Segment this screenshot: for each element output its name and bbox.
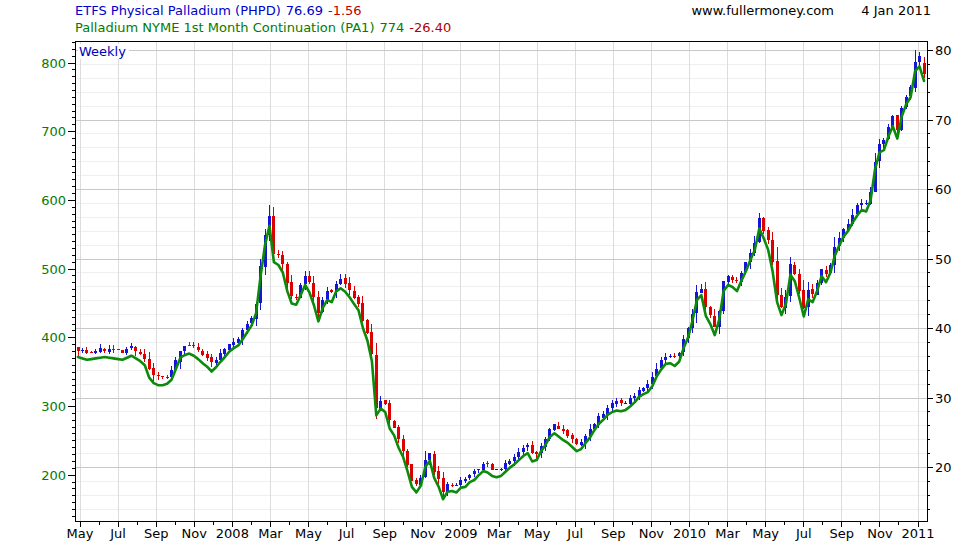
candle-body [504,463,507,469]
phpd-candles [77,50,926,498]
series1-change: -1.56 [328,3,362,18]
candle-body [277,254,280,255]
candle-body [183,346,186,351]
candle-body [553,424,556,430]
candle-body [344,278,347,284]
candle-body [535,452,538,454]
candle-body [223,349,226,353]
candle-body [642,388,645,391]
candle-body [491,464,494,470]
series2-title: Palladium NYME 1st Month Continuation (P… [75,20,451,35]
candle-body [646,384,649,388]
candle-body [923,63,926,74]
candle-body [664,357,667,360]
candle-body [166,377,169,378]
x-axis-tick-label: Nov [182,526,208,541]
right-axis-tick-label: 50 [935,252,952,267]
candle-body [464,479,467,481]
x-axis-tick-label: May [295,526,322,541]
axis-labels: 80070060050040030020080706050403020MayJu… [41,43,951,541]
right-axis-tick-label: 20 [935,460,952,475]
candle-body [865,203,868,204]
candle-body [402,439,405,452]
candle-body [215,360,218,363]
candle-body [811,289,814,294]
candle-body [495,469,498,470]
candle-body [526,445,529,447]
candle-body [633,396,636,398]
series2-change: -26.40 [409,20,451,35]
left-axis-tick-label: 200 [41,468,66,483]
x-axis-tick-label: 2011 [901,526,934,541]
candle-body [455,485,458,486]
left-axis-tick-label: 400 [41,330,66,345]
candle-body [361,303,364,321]
candle-body [134,347,137,351]
left-axis-tick-label: 800 [41,56,66,71]
candle-body [486,463,489,464]
candle-body [713,316,716,327]
right-axis-tick-label: 70 [935,113,952,128]
x-axis-tick-label: Mar [487,526,512,541]
candle-body [513,457,516,462]
candle-body [90,352,93,353]
watermark: www.fullermoney.com [691,3,834,18]
candle-body [388,403,391,420]
candle-body [201,351,204,355]
candle-body [825,270,828,274]
candle-body [94,351,97,353]
candle-body [366,320,369,333]
candle-body [286,264,289,283]
candle-body [731,277,734,280]
candle-body [704,289,707,307]
right-axis-tick-label: 30 [935,391,952,406]
x-axis-tick-label: May [524,526,551,541]
candle-body [125,349,128,353]
candle-body [517,452,520,457]
candle-body [139,352,142,354]
x-axis-tick-label: Jul [795,526,812,541]
candle-body [312,283,315,297]
candle-body [531,445,534,453]
candle-body [308,276,311,282]
candle-body [615,401,618,403]
left-axis-tick-label: 600 [41,193,66,208]
candle-body [767,230,770,240]
candle-body [143,354,146,360]
candle-body [700,289,703,293]
candle-body [130,346,133,348]
candle-body [802,290,805,308]
candle-body [357,297,360,304]
candle-body [81,350,84,351]
candle-body [673,356,676,358]
candle-body [771,240,774,262]
x-axis-tick-label: Nov [639,526,665,541]
candle-body [353,291,356,298]
candle-body [188,345,191,346]
x-axis-tick-label: May [67,526,94,541]
candle-body [580,442,583,445]
candle-body [384,400,387,404]
candle-body [468,475,471,479]
candle-body [192,345,195,346]
x-axis-tick-label: Jul [109,526,126,541]
candle-body [500,469,503,470]
candle-body [571,435,574,439]
x-axis-tick-label: 2008 [216,526,249,541]
candle-body [522,448,525,452]
candle-body [482,464,485,469]
candle-body [442,478,445,492]
x-axis-tick-label: Jul [338,526,355,541]
candle-body [290,282,293,295]
candle-body [798,274,801,291]
candle-body [99,348,102,352]
candle-body [477,469,480,470]
candle-body [629,398,632,404]
candle-body [210,357,213,361]
candle-body [317,297,320,313]
x-axis-tick-label: Sep [830,526,855,541]
candle-body [117,349,120,350]
candle-body [206,354,209,357]
candle-body [918,56,921,62]
x-axis-tick-label: Nov [410,526,436,541]
